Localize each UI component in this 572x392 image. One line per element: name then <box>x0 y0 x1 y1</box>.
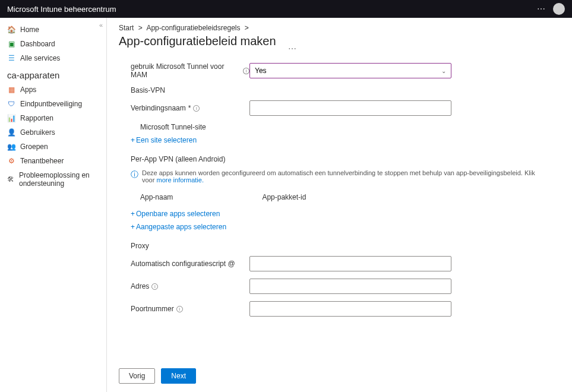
sidebar-item-label: Tenantbeheer <box>20 157 64 165</box>
wrench-icon: 🛠 <box>7 175 14 184</box>
dashboard-icon: ▣ <box>7 40 15 48</box>
sidebar-item-tenant[interactable]: ⚙ Tenantbeheer <box>0 154 106 168</box>
sidebar-item-label: Probleemoplossing en ondersteuning <box>19 171 99 188</box>
sidebar-item-troubleshoot[interactable]: 🛠 Probleemoplossing en ondersteuning <box>0 168 106 191</box>
sidebar: « 🏠 Home ▣ Dashboard ☰ Alle services ca-… <box>0 18 107 392</box>
basic-vpn-heading: Basis-VPN <box>131 86 558 94</box>
auto-script-label: Automatisch configuratiescript @ <box>131 260 249 268</box>
sidebar-item-label: Groepen <box>20 143 48 151</box>
topbar-more-icon[interactable]: ⋯ <box>537 4 546 14</box>
avatar[interactable] <box>553 3 565 15</box>
sidebar-item-label: Apps <box>20 86 36 94</box>
col-app-package: App-pakket-id <box>262 193 306 201</box>
shield-icon: 🛡 <box>7 100 15 108</box>
tunnel-site-label: Microsoft Tunnel-site <box>140 123 558 131</box>
sidebar-item-services[interactable]: ☰ Alle services <box>0 51 106 65</box>
app-title: Microsoft Intune beheercentrum <box>7 5 116 14</box>
connection-name-input[interactable] <box>249 100 451 116</box>
next-button[interactable]: Next <box>161 368 196 384</box>
sidebar-item-label: Eindpuntbeveiliging <box>20 100 82 108</box>
select-site-link[interactable]: Een site selecteren <box>136 136 197 144</box>
info-icon[interactable]: i <box>243 68 249 74</box>
port-input[interactable] <box>249 301 451 317</box>
tenant-icon: ⚙ <box>7 157 15 165</box>
info-icon[interactable]: i <box>151 283 158 290</box>
info-solid-icon: ⓘ <box>131 169 138 184</box>
main-content: Start > App-configuratiebeleidsregels > … <box>107 18 572 392</box>
user-icon: 👤 <box>7 128 15 137</box>
services-icon: ☰ <box>7 54 15 62</box>
breadcrumb: Start > App-configuratiebeleidsregels > <box>119 24 560 32</box>
page-title: App-configuratiebeleid maken <box>119 34 276 48</box>
proxy-heading: Proxy <box>131 242 558 250</box>
app-table-header: App-naam App-pakket-id <box>131 191 558 204</box>
sidebar-item-home[interactable]: 🏠 Home <box>0 23 106 37</box>
sidebar-item-apps[interactable]: ▦ Apps <box>0 83 106 97</box>
sidebar-item-dashboard[interactable]: ▣ Dashboard <box>0 37 106 51</box>
col-app-name: App-naam <box>140 193 173 201</box>
plus-icon: + <box>131 223 135 231</box>
group-icon: 👥 <box>7 143 15 151</box>
footer-actions: Vorig Next <box>119 368 196 384</box>
collapse-icon[interactable]: « <box>99 21 103 29</box>
page-more-icon[interactable]: ⋯ <box>288 44 296 53</box>
select-public-apps-link[interactable]: Openbare apps selecteren <box>136 210 220 218</box>
sidebar-item-label: Rapporten <box>20 114 53 122</box>
breadcrumb-item[interactable]: App-configuratiebeleidsregels <box>146 24 240 32</box>
plus-icon: + <box>131 210 135 218</box>
sidebar-item-label: Dashboard <box>20 40 55 48</box>
breadcrumb-item[interactable]: Start <box>119 24 134 32</box>
info-banner: ⓘ Deze apps kunnen worden geconfigureerd… <box>131 169 558 184</box>
address-input[interactable] <box>249 279 451 294</box>
sidebar-item-label: Alle services <box>20 54 60 62</box>
top-bar: Microsoft Intune beheercentrum ⋯ <box>0 0 572 18</box>
reports-icon: 📊 <box>7 114 15 122</box>
tunnel-label: gebruik Microsoft Tunnel voor MAM <box>131 62 241 79</box>
sidebar-item-label: Gebruikers <box>20 128 55 137</box>
tunnel-value: Yes <box>255 67 267 75</box>
plus-icon: + <box>131 136 135 144</box>
breadcrumb-sep: > <box>138 24 143 32</box>
apps-icon: ▦ <box>7 86 15 94</box>
port-label: Poortnummer <box>131 305 174 313</box>
sidebar-item-label: Home <box>20 26 39 34</box>
info-icon[interactable]: i <box>176 306 183 312</box>
select-custom-apps-link[interactable]: Aangepaste apps selecteren <box>136 223 226 231</box>
previous-button[interactable]: Vorig <box>119 368 155 384</box>
per-app-heading: Per-App VPN (alleen Android) <box>131 155 558 163</box>
info-icon[interactable]: i <box>193 105 200 112</box>
tunnel-select[interactable]: Yes ⌄ <box>249 63 451 78</box>
more-info-link[interactable]: more informatie. <box>156 176 203 184</box>
sidebar-item-reports[interactable]: 📊 Rapporten <box>0 111 106 125</box>
sidebar-item-endpoint[interactable]: 🛡 Eindpuntbeveiliging <box>0 97 106 111</box>
sidebar-section-title: ca-apparaten <box>0 65 106 83</box>
auto-script-input[interactable] <box>249 256 451 271</box>
conn-label: Verbindingsnaam <box>131 104 186 112</box>
home-icon: 🏠 <box>7 26 15 34</box>
address-label: Adres <box>131 282 149 290</box>
chevron-down-icon: ⌄ <box>441 68 446 74</box>
sidebar-item-groups[interactable]: 👥 Groepen <box>0 140 106 154</box>
sidebar-item-users[interactable]: 👤 Gebruikers <box>0 125 106 140</box>
breadcrumb-sep: > <box>245 24 249 32</box>
